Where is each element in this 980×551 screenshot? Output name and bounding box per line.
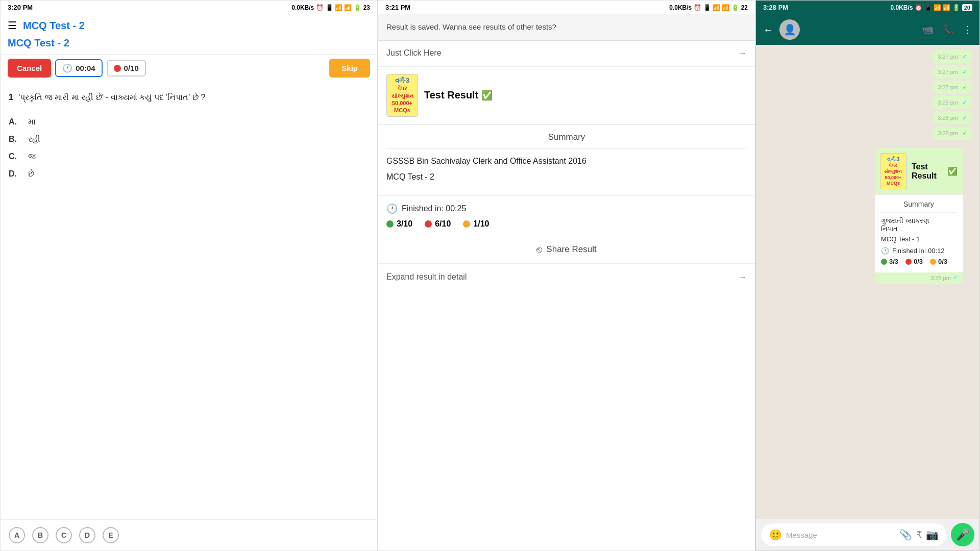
mcq-test-panel: 3:20 PM 0.0KB/s ⏰ 📱 📶 📶 🔋23 ☰ MCQ Test -… (0, 0, 378, 551)
wa-result-card: વર્ગ-3 પેપર સોલ્યુશન 50,000+ MCQs Test R… (875, 148, 963, 284)
expand-result-row[interactable]: Expand result in detail → (378, 264, 755, 291)
mcq-test-title: MCQ Test - 2 (8, 37, 69, 49)
score-block: 0/10 (107, 60, 146, 77)
mcq-header-title: MCQ Test - 2 (1, 37, 377, 55)
tick-6: ✓ (962, 130, 967, 137)
wa-badge-title: વર્ગ-3 (883, 156, 903, 163)
wa-clock-icon: 🕐 (881, 247, 889, 255)
wa-correct-score: 3/3 (881, 258, 898, 265)
result-stats: 🕐 Finished in: 00:25 3/10 6/10 1/10 (378, 196, 755, 236)
wa-card-time: 3:28 pm (930, 275, 951, 281)
option-label-a: A. (9, 117, 23, 127)
score-value: 0/10 (124, 64, 139, 72)
wa-card-finished: 🕐 Finished in: 00:12 (881, 247, 957, 255)
summary-section: Summary GSSSB Bin Sachivalay Clerk and O… (378, 125, 755, 196)
msg-time-5: 3:28 pm (938, 115, 958, 121)
badge-subtitle: પેપર સોલ્યુશન (390, 85, 414, 99)
badge-count: 50,000+ (390, 99, 414, 107)
answer-choice-e[interactable]: E (103, 527, 119, 543)
msg-time-1: 3:27 pm (938, 54, 958, 60)
wa-status-bar: 3:28 PM 0.0KB/s ⏰ 📱 📶 📶 🔋 20 (756, 1, 979, 14)
wa-battery: 20 (962, 4, 972, 11)
expand-arrow: → (738, 272, 747, 283)
option-text-d: છે (28, 169, 34, 179)
list-item[interactable]: C. જ (9, 148, 369, 165)
timer-value: 00:04 (76, 64, 95, 72)
tick-3: ✓ (962, 84, 967, 91)
skip-button[interactable]: Skip (329, 59, 370, 78)
correct-value: 3/10 (397, 219, 412, 229)
yellow-dot (463, 220, 470, 228)
red-dot-score (425, 220, 432, 228)
list-item[interactable]: D. છે (9, 165, 369, 183)
status-icons-1: 0.0KB/s ⏰ 📱 📶 📶 🔋23 (291, 4, 370, 11)
share-result-row[interactable]: ⎋ Share Result (378, 236, 755, 264)
answer-choice-a[interactable]: A (9, 527, 25, 543)
wa-messages-list: 3:27 pm ✓ 3:27 pm ✓ 3:27 pm ✓ 3:28 pm ✓ … (756, 45, 979, 519)
click-here-row[interactable]: Just Click Here → (378, 41, 755, 67)
list-item[interactable]: B. રહી (9, 131, 369, 148)
list-item[interactable]: A. મા (9, 113, 369, 131)
phone-icon[interactable]: 📞 (943, 24, 954, 35)
video-call-icon[interactable]: 📹 (922, 24, 934, 35)
camera-icon[interactable]: 📷 (926, 529, 939, 541)
question-area: 1 'પ્રકૃતિ જ મારી મા રહી છે' - વાક્યમાં … (1, 82, 377, 109)
mcq-toolbar: Cancel 🕐 00:04 0/10 Skip (1, 55, 377, 82)
wa-back-button[interactable]: ← (763, 24, 773, 36)
wa-card-badge: વર્ગ-3 પેપર સોલ્યુશન 50,000+ MCQs (880, 153, 906, 189)
mcq-header: ☰ MCQ Test - 2 (1, 14, 377, 37)
wa-message-2: 3:27 pm ✓ (933, 65, 972, 79)
finished-row: 🕐 Finished in: 00:25 (386, 203, 747, 214)
wa-time: 3:28 PM (763, 4, 788, 11)
skip-value: 1/10 (473, 219, 489, 229)
battery-2: 22 (741, 4, 748, 11)
answer-choice-b[interactable]: B (32, 527, 48, 543)
skip-score: 1/10 (463, 219, 489, 229)
share-result-button[interactable]: ⎋ Share Result (536, 244, 596, 255)
score-dot (114, 65, 121, 72)
attachment-icon[interactable]: 📎 (899, 529, 912, 541)
result-title: Test Result ✅ (424, 89, 493, 101)
badge-title: વર્ગ-3 (390, 77, 414, 85)
option-label-c: C. (9, 152, 23, 161)
question-text: 'પ્રકૃતિ જ મારી મા રહી છે' - વાક્યમાં કય… (18, 93, 205, 102)
options-area: A. મા B. રહી C. જ D. છે (1, 109, 377, 187)
summary-test: MCQ Test - 2 (386, 172, 747, 188)
wa-yellow-dot (930, 259, 936, 265)
emoji-icon[interactable]: 🙂 (769, 529, 782, 541)
message-input[interactable]: Message (786, 531, 895, 539)
mic-button[interactable]: 🎤 (951, 523, 974, 546)
status-bar-1: 3:20 PM 0.0KB/s ⏰ 📱 📶 📶 🔋23 (1, 1, 377, 14)
wa-red-dot (905, 259, 912, 265)
time-display-2: 3:21 PM (385, 4, 410, 11)
test-result-card-header: વર્ગ-3 પેપર સોલ્યુશન 50,000+ MCQs Test R… (378, 67, 755, 125)
wa-verified-icon: ✅ (947, 166, 958, 176)
wa-badge-count: 50,000+ (883, 175, 903, 181)
wa-wrong-score: 0/3 (905, 258, 923, 265)
rupee-icon[interactable]: ₹ (916, 529, 922, 540)
answer-choice-d[interactable]: D (79, 527, 95, 543)
tick-5: ✓ (962, 114, 967, 121)
msg-time-3: 3:27 pm (938, 84, 958, 90)
scores-row: 3/10 6/10 1/10 (386, 219, 747, 229)
more-options-icon[interactable]: ⋮ (963, 24, 972, 35)
wa-status-icons: 0.0KB/s ⏰ 📱 📶 📶 🔋 20 (890, 4, 972, 11)
verified-icon: ✅ (481, 90, 493, 101)
wa-result-title-text: Test Result (912, 162, 945, 181)
clock-icon: 🕐 (386, 203, 398, 214)
wa-message-5: 3:28 pm ✓ (933, 111, 972, 124)
avatar: 👤 (779, 19, 800, 40)
wa-input-bar: 🙂 Message 📎 ₹ 📷 🎤 (756, 519, 979, 550)
msg-time-4: 3:28 pm (938, 99, 958, 106)
network-speed-1: 0.0KB/s (291, 4, 314, 11)
result-banner: Result is saved. Wanna see results of ot… (378, 14, 755, 41)
answer-choice-c[interactable]: C (56, 527, 72, 543)
wrong-value: 6/10 (435, 219, 451, 229)
wa-badge-subtitle: પેપર સોલ્યુશન (883, 163, 903, 174)
hamburger-icon[interactable]: ☰ (8, 19, 17, 32)
msg-time-2: 3:27 pm (938, 69, 958, 75)
question-number: 1 (9, 93, 13, 102)
cancel-button[interactable]: Cancel (8, 59, 51, 78)
wa-message-6: 3:28 pm ✓ (933, 127, 972, 140)
option-label-b: B. (9, 135, 23, 144)
